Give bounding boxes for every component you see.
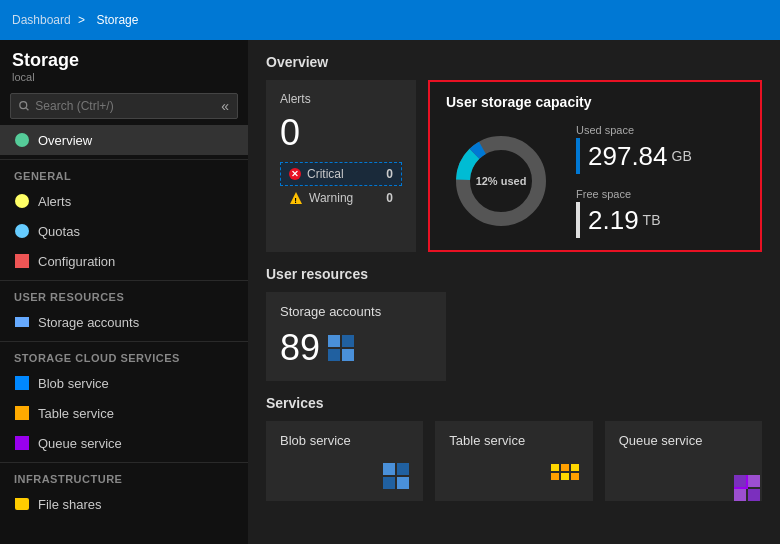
sidebar-item-alerts-label: Alerts [38,194,71,209]
search-icon [19,100,29,112]
sidebar-item-blob[interactable]: Blob service [0,368,248,398]
configuration-icon [14,253,30,269]
critical-label: Critical [307,167,380,181]
queue-service-icon [734,475,748,489]
free-space-value: 2.19 [588,205,639,236]
sidebar-search-area: « [0,87,248,125]
sidebar-item-storage-accounts-label: Storage accounts [38,315,139,330]
overview-title: Overview [266,54,762,70]
storage-accounts-count: 89 [280,327,320,369]
services-row: Blob service Table service [266,421,762,501]
svg-rect-10 [551,473,559,480]
capacity-title: User storage capacity [446,94,744,110]
sidebar: Storage local « Overview General Alerts [0,40,248,544]
svg-rect-9 [571,464,579,471]
free-space-unit: TB [643,212,661,228]
collapse-button[interactable]: « [221,98,229,114]
donut-label: 12% used [476,175,527,187]
breadcrumb-current: Storage [96,13,138,27]
used-space-unit: GB [672,148,692,164]
sidebar-item-storage-accounts[interactable]: Storage accounts [0,307,248,337]
alert-row-critical: ✕ Critical 0 [280,162,402,186]
sidebar-item-queue-label: Queue service [38,436,122,451]
warning-value: 0 [386,191,393,205]
table-service-icon-row [449,464,578,489]
critical-icon: ✕ [289,168,301,180]
sidebar-item-file-shares-label: File shares [38,497,102,512]
storage-accounts-count-row: 89 [280,327,432,369]
sidebar-subtitle: local [12,71,236,83]
user-resources-row: Storage accounts 89 [266,292,762,381]
alerts-count: 0 [280,112,402,154]
search-input[interactable] [35,99,215,113]
alerts-card: Alerts 0 ✕ Critical 0 ! Warning 0 [266,80,416,252]
breadcrumb: Dashboard > Storage [12,13,142,27]
breadcrumb-home[interactable]: Dashboard [12,13,71,27]
sidebar-header: Storage local [0,40,248,87]
alerts-card-title: Alerts [280,92,402,106]
sidebar-item-configuration-label: Configuration [38,254,115,269]
storage-accounts-card-title: Storage accounts [280,304,432,319]
used-bar [576,138,580,174]
svg-point-0 [20,102,27,109]
sidebar-nav: Overview General Alerts Quotas Configura… [0,125,248,544]
sidebar-item-alerts[interactable]: Alerts [0,186,248,216]
blob-service-title: Blob service [280,433,409,448]
free-space-label: Free space [576,188,692,200]
storage-accounts-icon [328,335,354,361]
blob-service-icon-row [280,463,409,489]
breadcrumb-sep: > [78,13,85,27]
sidebar-item-table[interactable]: Table service [0,398,248,428]
sidebar-item-configuration[interactable]: Configuration [0,246,248,276]
used-space-row: 297.84 GB [576,138,692,174]
donut-chart: 12% used [446,126,556,236]
svg-rect-11 [561,473,569,480]
service-card-queue[interactable]: Queue service [605,421,762,501]
table-service-icon [551,464,579,489]
alerts-icon [14,193,30,209]
blob-service-icon [383,463,409,489]
capacity-stats: Used space 297.84 GB Free space [576,124,692,238]
used-space-stat: Used space 297.84 GB [576,124,692,174]
quotas-icon [14,223,30,239]
table-icon [14,405,30,421]
queue-service-title: Queue service [619,433,748,448]
main-content: Overview Alerts 0 ✕ Critical 0 ! Warning… [248,40,780,544]
sidebar-section-infrastructure: Infrastructure [0,462,248,489]
alert-row-warning: ! Warning 0 [280,186,402,210]
free-bar [576,202,580,238]
service-card-blob[interactable]: Blob service [266,421,423,501]
user-resources-title: User resources [266,266,762,282]
storage-accounts-icon [14,314,30,330]
storage-accounts-card: Storage accounts 89 [266,292,446,381]
capacity-body: 12% used Used space 297.84 GB [446,124,744,238]
sidebar-item-quotas-label: Quotas [38,224,80,239]
svg-line-1 [26,108,28,110]
capacity-card: User storage capacity [428,80,762,252]
sidebar-item-file-shares[interactable]: File shares [0,489,248,519]
sidebar-item-overview-label: Overview [38,133,92,148]
used-space-value: 297.84 [588,141,668,172]
sidebar-item-overview[interactable]: Overview [0,125,248,155]
warning-label: Warning [309,191,380,205]
table-service-title: Table service [449,433,578,448]
services-title: Services [266,395,762,411]
svg-rect-8 [561,464,569,471]
sidebar-item-queue[interactable]: Queue service [0,428,248,458]
used-space-label: Used space [576,124,692,136]
warning-icon: ! [289,191,303,205]
capacity-card-inner: User storage capacity [446,94,744,238]
sidebar-section-general: General [0,159,248,186]
free-space-row: 2.19 TB [576,202,692,238]
search-box[interactable]: « [10,93,238,119]
sidebar-title: Storage [12,50,236,71]
svg-rect-12 [571,473,579,480]
sidebar-item-quotas[interactable]: Quotas [0,216,248,246]
sidebar-item-blob-label: Blob service [38,376,109,391]
sidebar-section-user-resources: User resources [0,280,248,307]
service-card-table[interactable]: Table service [435,421,592,501]
svg-text:!: ! [294,196,297,205]
overview-row: Alerts 0 ✕ Critical 0 ! Warning 0 [266,80,762,252]
queue-service-icon-row [619,475,748,489]
topbar: Dashboard > Storage [0,0,780,40]
